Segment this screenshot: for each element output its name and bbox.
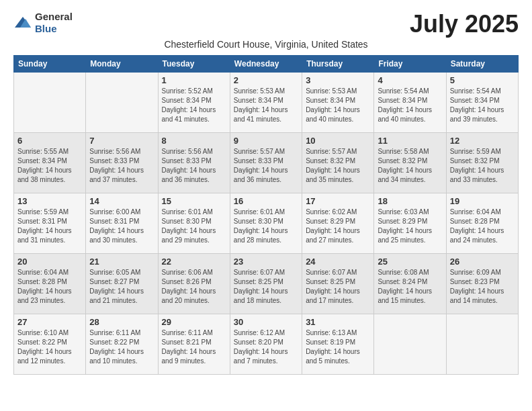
day-number: 30 — [234, 317, 298, 327]
calendar-cell: 23Sunrise: 6:07 AMSunset: 8:25 PMDayligh… — [230, 253, 302, 314]
day-number: 11 — [378, 136, 442, 146]
calendar-week-row: 6Sunrise: 5:55 AMSunset: 8:34 PMDaylight… — [14, 132, 519, 193]
calendar-cell — [86, 72, 158, 132]
calendar-cell: 8Sunrise: 5:56 AMSunset: 8:33 PMDaylight… — [158, 132, 230, 193]
day-info: Sunrise: 5:53 AMSunset: 8:34 PMDaylight:… — [234, 87, 298, 124]
day-info: Sunrise: 5:57 AMSunset: 8:32 PMDaylight:… — [306, 147, 370, 185]
day-info: Sunrise: 5:54 AMSunset: 8:34 PMDaylight:… — [450, 87, 515, 124]
day-info: Sunrise: 5:59 AMSunset: 8:31 PMDaylight:… — [17, 208, 82, 245]
day-info: Sunrise: 5:56 AMSunset: 8:33 PMDaylight:… — [162, 147, 226, 185]
day-number: 5 — [450, 75, 515, 85]
logo-general: General — [35, 11, 73, 22]
calendar-cell: 11Sunrise: 5:58 AMSunset: 8:32 PMDayligh… — [374, 132, 446, 193]
day-info: Sunrise: 5:53 AMSunset: 8:34 PMDaylight:… — [306, 87, 370, 124]
calendar-cell: 13Sunrise: 5:59 AMSunset: 8:31 PMDayligh… — [14, 193, 86, 253]
calendar-cell: 24Sunrise: 6:07 AMSunset: 8:25 PMDayligh… — [302, 253, 374, 314]
day-info: Sunrise: 6:01 AMSunset: 8:30 PMDaylight:… — [234, 208, 298, 245]
day-number: 4 — [378, 75, 442, 85]
day-info: Sunrise: 6:11 AMSunset: 8:22 PMDaylight:… — [89, 328, 154, 366]
calendar-cell: 16Sunrise: 6:01 AMSunset: 8:30 PMDayligh… — [230, 193, 302, 253]
header: General Blue July 2025 — [13, 11, 519, 38]
day-info: Sunrise: 6:00 AMSunset: 8:31 PMDaylight:… — [89, 208, 154, 245]
calendar-cell: 1Sunrise: 5:52 AMSunset: 8:34 PMDaylight… — [158, 72, 230, 132]
day-number: 8 — [162, 136, 226, 146]
page: General Blue July 2025 Chesterfield Cour… — [0, 0, 532, 388]
day-info: Sunrise: 6:11 AMSunset: 8:21 PMDaylight:… — [162, 328, 226, 366]
day-number: 16 — [234, 196, 298, 206]
day-info: Sunrise: 5:59 AMSunset: 8:32 PMDaylight:… — [450, 147, 515, 185]
calendar-cell: 26Sunrise: 6:09 AMSunset: 8:23 PMDayligh… — [446, 253, 518, 314]
day-number: 23 — [234, 257, 298, 267]
day-info: Sunrise: 6:09 AMSunset: 8:23 PMDaylight:… — [450, 268, 515, 306]
day-number: 2 — [234, 75, 298, 85]
day-number: 15 — [162, 196, 226, 206]
day-number: 22 — [162, 257, 226, 267]
calendar-cell: 18Sunrise: 6:03 AMSunset: 8:29 PMDayligh… — [374, 193, 446, 253]
calendar-cell: 7Sunrise: 5:56 AMSunset: 8:33 PMDaylight… — [86, 132, 158, 193]
day-info: Sunrise: 5:57 AMSunset: 8:33 PMDaylight:… — [234, 147, 298, 185]
calendar-cell: 27Sunrise: 6:10 AMSunset: 8:22 PMDayligh… — [14, 314, 86, 374]
day-info: Sunrise: 6:08 AMSunset: 8:24 PMDaylight:… — [378, 268, 442, 306]
calendar-cell — [374, 314, 446, 374]
header-thursday: Thursday — [302, 55, 374, 72]
calendar-cell: 15Sunrise: 6:01 AMSunset: 8:30 PMDayligh… — [158, 193, 230, 253]
day-info: Sunrise: 6:06 AMSunset: 8:26 PMDaylight:… — [162, 268, 226, 306]
day-number: 28 — [89, 317, 154, 327]
day-number: 17 — [306, 196, 370, 206]
day-info: Sunrise: 6:12 AMSunset: 8:20 PMDaylight:… — [234, 328, 298, 366]
day-number: 26 — [450, 257, 515, 267]
calendar-cell: 2Sunrise: 5:53 AMSunset: 8:34 PMDaylight… — [230, 72, 302, 132]
day-number: 18 — [378, 196, 442, 206]
day-number: 25 — [378, 257, 442, 267]
calendar-cell: 25Sunrise: 6:08 AMSunset: 8:24 PMDayligh… — [374, 253, 446, 314]
calendar-cell: 5Sunrise: 5:54 AMSunset: 8:34 PMDaylight… — [446, 72, 518, 132]
day-info: Sunrise: 5:56 AMSunset: 8:33 PMDaylight:… — [89, 147, 154, 185]
day-info: Sunrise: 5:54 AMSunset: 8:34 PMDaylight:… — [378, 87, 442, 124]
calendar-cell: 20Sunrise: 6:04 AMSunset: 8:28 PMDayligh… — [14, 253, 86, 314]
day-number: 19 — [450, 196, 515, 206]
calendar-cell: 14Sunrise: 6:00 AMSunset: 8:31 PMDayligh… — [86, 193, 158, 253]
calendar-cell: 9Sunrise: 5:57 AMSunset: 8:33 PMDaylight… — [230, 132, 302, 193]
calendar-cell: 6Sunrise: 5:55 AMSunset: 8:34 PMDaylight… — [14, 132, 86, 193]
day-number: 13 — [17, 196, 82, 206]
header-wednesday: Wednesday — [230, 55, 302, 72]
day-number: 24 — [306, 257, 370, 267]
day-info: Sunrise: 6:04 AMSunset: 8:28 PMDaylight:… — [17, 268, 82, 306]
calendar-cell: 31Sunrise: 6:13 AMSunset: 8:19 PMDayligh… — [302, 314, 374, 374]
calendar-cell: 22Sunrise: 6:06 AMSunset: 8:26 PMDayligh… — [158, 253, 230, 314]
day-number: 20 — [17, 257, 82, 267]
day-info: Sunrise: 6:02 AMSunset: 8:29 PMDaylight:… — [306, 208, 370, 245]
day-info: Sunrise: 6:03 AMSunset: 8:29 PMDaylight:… — [378, 208, 442, 245]
logo-text: General Blue — [35, 11, 73, 35]
day-info: Sunrise: 6:04 AMSunset: 8:28 PMDaylight:… — [450, 208, 515, 245]
calendar-table: Sunday Monday Tuesday Wednesday Thursday… — [13, 55, 519, 375]
day-info: Sunrise: 5:52 AMSunset: 8:34 PMDaylight:… — [162, 87, 226, 124]
day-number: 21 — [89, 257, 154, 267]
day-number: 10 — [306, 136, 370, 146]
day-number: 14 — [89, 196, 154, 206]
header-monday: Monday — [86, 55, 158, 72]
header-saturday: Saturday — [446, 55, 518, 72]
calendar-cell: 21Sunrise: 6:05 AMSunset: 8:27 PMDayligh… — [86, 253, 158, 314]
day-info: Sunrise: 6:13 AMSunset: 8:19 PMDaylight:… — [306, 328, 370, 366]
calendar-cell — [446, 314, 518, 374]
header-friday: Friday — [374, 55, 446, 72]
subtitle: Chesterfield Court House, Virginia, Unit… — [13, 39, 519, 50]
header-sunday: Sunday — [14, 55, 86, 72]
calendar-cell: 28Sunrise: 6:11 AMSunset: 8:22 PMDayligh… — [86, 314, 158, 374]
calendar-week-row: 13Sunrise: 5:59 AMSunset: 8:31 PMDayligh… — [14, 193, 519, 253]
calendar-week-row: 20Sunrise: 6:04 AMSunset: 8:28 PMDayligh… — [14, 253, 519, 314]
calendar-cell: 12Sunrise: 5:59 AMSunset: 8:32 PMDayligh… — [446, 132, 518, 193]
weekday-header-row: Sunday Monday Tuesday Wednesday Thursday… — [14, 55, 519, 72]
day-info: Sunrise: 6:01 AMSunset: 8:30 PMDaylight:… — [162, 208, 226, 245]
day-number: 9 — [234, 136, 298, 146]
day-info: Sunrise: 6:05 AMSunset: 8:27 PMDaylight:… — [89, 268, 154, 306]
calendar-cell: 29Sunrise: 6:11 AMSunset: 8:21 PMDayligh… — [158, 314, 230, 374]
logo-icon — [13, 15, 32, 30]
calendar-cell: 17Sunrise: 6:02 AMSunset: 8:29 PMDayligh… — [302, 193, 374, 253]
day-number: 1 — [162, 75, 226, 85]
day-info: Sunrise: 6:07 AMSunset: 8:25 PMDaylight:… — [234, 268, 298, 306]
day-number: 31 — [306, 317, 370, 327]
logo: General Blue — [13, 11, 73, 35]
logo-blue: Blue — [35, 23, 57, 34]
